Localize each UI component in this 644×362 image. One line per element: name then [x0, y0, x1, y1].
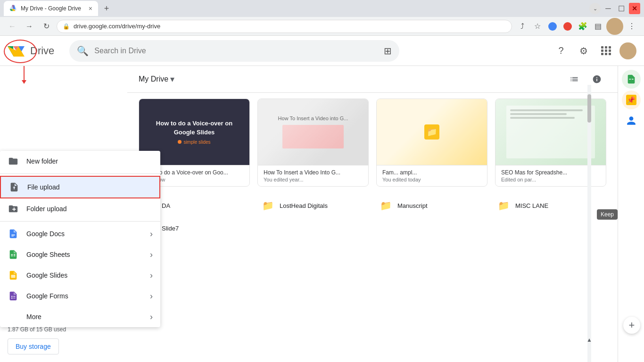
- file-card-family-name: Fam... ampl...: [382, 169, 481, 176]
- docs-chevron-icon: ›: [150, 229, 153, 239]
- folder-manuscript-icon: 📁: [380, 200, 392, 211]
- back-button[interactable]: ←: [6, 20, 19, 33]
- extension-1-icon[interactable]: [546, 20, 559, 33]
- sidebar-my-drive-header: [0, 70, 127, 89]
- family-preview-bg: 📁: [377, 99, 487, 165]
- forward-button[interactable]: →: [23, 20, 36, 33]
- apps-grid-icon[interactable]: [597, 41, 616, 60]
- search-bar[interactable]: 🔍 ⊞: [69, 40, 399, 62]
- window-maximize-button[interactable]: ☐: [616, 3, 627, 14]
- browser-chrome: My Drive - Google Drive × + ⌄ ─ ☐ ✕: [0, 0, 644, 17]
- blurred-content-shape: [282, 125, 344, 148]
- browser-toolbar: ⤴ ☆ 🧩 ▤ ⋮: [516, 18, 638, 35]
- svg-point-11: [11, 297, 13, 299]
- scroll-up-arrow[interactable]: ▲: [587, 337, 591, 343]
- file-upload-label: File upload: [27, 183, 152, 191]
- extensions-puzzle-icon[interactable]: 🧩: [576, 20, 589, 33]
- folder-slides-row: 📁 Slide7: [139, 219, 606, 238]
- file-card-insert-video-info: How To Insert a Video Into G... You edit…: [258, 165, 368, 186]
- file-card-family[interactable]: 📁 Fam... ampl... You edited today: [376, 99, 487, 187]
- storage-usage-text: 1.87 GB of 15 GB used: [8, 326, 115, 333]
- breadcrumb-chevron-icon[interactable]: ▾: [170, 74, 174, 84]
- menu-item-more[interactable]: More ›: [0, 306, 160, 327]
- add-button[interactable]: +: [623, 317, 640, 334]
- folder-losthead-icon: 📁: [262, 200, 274, 211]
- window-minimize-button[interactable]: ─: [603, 3, 614, 14]
- list-view-icon[interactable]: [565, 70, 584, 89]
- breadcrumb: My Drive ▾: [139, 74, 174, 84]
- folder-misc-name: MISC LANE: [515, 202, 548, 209]
- google-forms-label: Google Forms: [26, 292, 142, 300]
- menu-item-new-folder[interactable]: New folder: [0, 151, 160, 172]
- menu-item-google-forms[interactable]: Google Forms ›: [0, 286, 160, 306]
- folder-manuscript[interactable]: 📁 Manuscript: [374, 196, 488, 215]
- file-card-family-preview: 📁: [377, 99, 487, 165]
- user-account-avatar[interactable]: [619, 42, 636, 59]
- right-panel-keep-icon[interactable]: 📌: [622, 90, 641, 109]
- more-options-icon[interactable]: ⋮: [625, 20, 638, 33]
- scrollbar-thumb[interactable]: [587, 94, 591, 123]
- right-panel-sheets-icon[interactable]: [622, 70, 641, 89]
- screenshot-icon[interactable]: ⤴: [516, 20, 529, 33]
- user-avatar[interactable]: [606, 18, 623, 35]
- window-scroll-btn[interactable]: ⌄: [589, 3, 601, 14]
- file-card-insert-video[interactable]: How To Insert a Video into G... How To I…: [257, 99, 369, 187]
- file-card-family-info: Fam... ampl... You edited today: [377, 165, 487, 186]
- google-sheets-icon: [8, 249, 19, 260]
- more-placeholder-icon: [8, 311, 19, 322]
- tab-bar: My Drive - Google Drive × +: [4, 1, 586, 16]
- file-card-insert-video-preview: How To Insert a Video into G...: [258, 99, 368, 165]
- search-input[interactable]: [94, 47, 378, 55]
- blurred-preview-content: How To Insert a Video into G...: [258, 99, 368, 165]
- active-tab[interactable]: My Drive - Google Drive ×: [4, 1, 98, 16]
- menu-item-google-docs[interactable]: Google Docs ›: [0, 223, 160, 244]
- menu-item-google-sheets[interactable]: Google Sheets ›: [0, 244, 160, 265]
- extension-2-icon[interactable]: [561, 20, 574, 33]
- right-panel-person-icon[interactable]: [622, 111, 641, 130]
- sidebar-toggle-icon[interactable]: ▤: [591, 20, 604, 33]
- app-bar: Drive 🔍 ⊞ ? ⚙: [0, 36, 644, 66]
- more-chevron-icon: ›: [150, 312, 153, 322]
- voiceover-card-title: How to do a Voice-over on Google Slides: [147, 119, 242, 136]
- content-header-right: [565, 70, 606, 89]
- window-close-button[interactable]: ✕: [629, 3, 640, 14]
- forms-chevron-icon: ›: [150, 291, 153, 301]
- logo-arrow: [24, 66, 25, 81]
- scrollbar[interactable]: ▲: [587, 85, 591, 362]
- keep-icon-shape: 📌: [626, 95, 636, 105]
- my-drive-breadcrumb-label: My Drive: [139, 75, 168, 83]
- url-display: drive.google.com/drive/my-drive: [74, 23, 160, 30]
- folder-upload-label: Folder upload: [26, 205, 153, 213]
- help-icon[interactable]: ?: [552, 41, 570, 60]
- new-tab-button[interactable]: +: [100, 2, 113, 15]
- folder-upload-icon: [8, 203, 19, 214]
- drive-logo-icon: [8, 43, 25, 58]
- svg-point-9: [11, 296, 13, 297]
- refresh-button[interactable]: ↻: [40, 20, 53, 33]
- menu-item-folder-upload[interactable]: Folder upload: [0, 198, 160, 219]
- address-bar[interactable]: 🔒 drive.google.com/drive/my-drive: [57, 20, 512, 33]
- menu-item-google-slides[interactable]: Google Slides ›: [0, 265, 160, 286]
- app-bar-right: ? ⚙: [552, 41, 636, 60]
- bookmark-icon[interactable]: ☆: [531, 20, 544, 33]
- drive-logo-area: Drive: [8, 43, 54, 58]
- svg-rect-5: [14, 254, 16, 255]
- settings-icon[interactable]: ⚙: [574, 41, 593, 60]
- search-icon: 🔍: [77, 45, 89, 57]
- tab-close-button[interactable]: ×: [89, 5, 92, 12]
- google-docs-icon: [8, 228, 19, 239]
- folder-losthead[interactable]: 📁 LostHead Digitals: [256, 196, 371, 215]
- google-slides-label: Google Slides: [26, 272, 142, 279]
- right-panel: 📌 Keep +: [618, 66, 644, 362]
- simple-slides-logo: simple slides: [178, 140, 210, 145]
- folder-da-name: DA: [162, 202, 170, 209]
- search-filter-icon[interactable]: ⊞: [384, 45, 392, 57]
- address-bar-row: ← → ↻ 🔒 drive.google.com/drive/my-drive …: [0, 17, 644, 36]
- menu-divider-2: [0, 221, 160, 222]
- drive-title: Drive: [30, 45, 54, 57]
- google-sheets-label: Google Sheets: [26, 251, 142, 258]
- file-card-insert-video-name: How To Insert a Video Into G...: [264, 169, 363, 176]
- buy-storage-button[interactable]: Buy storage: [8, 338, 59, 354]
- menu-item-file-upload[interactable]: File upload: [0, 176, 160, 198]
- svg-rect-14: [631, 79, 633, 80]
